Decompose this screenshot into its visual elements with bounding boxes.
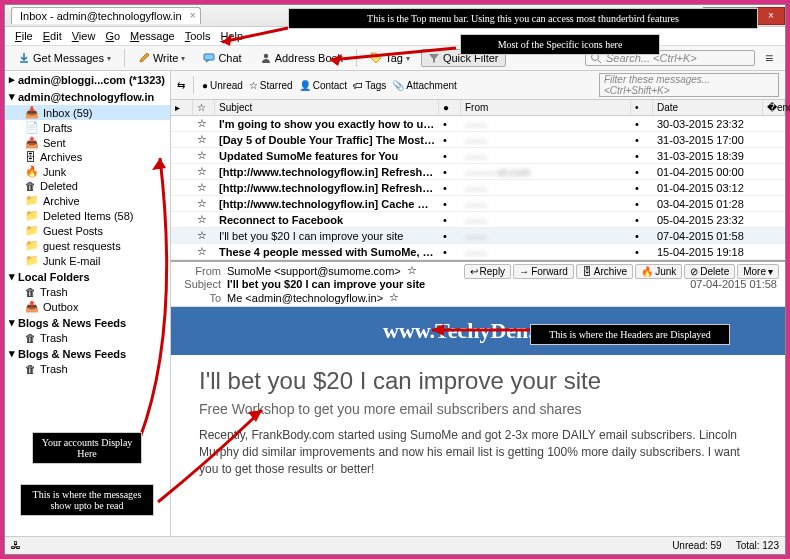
account-1[interactable]: ▸ admin@bloggi...com (*1323) — [5, 71, 170, 88]
account-2[interactable]: ▾ admin@technologyflow.in — [5, 88, 170, 105]
folder-icon: 📤 — [25, 136, 39, 149]
star-icon[interactable]: ☆ — [193, 212, 215, 227]
row-from: —— — [461, 181, 631, 195]
read-icon[interactable]: • — [439, 133, 461, 147]
col-read[interactable]: ● — [439, 100, 461, 115]
col-subject[interactable]: Subject — [215, 100, 439, 115]
col-date[interactable]: Date — [653, 100, 763, 115]
folder-icon: 🗑 — [25, 180, 36, 192]
star-icon[interactable]: ☆ — [193, 164, 215, 179]
junk-button[interactable]: 🔥 Junk — [635, 264, 682, 279]
col-thread[interactable]: ▸ — [171, 100, 193, 115]
folder-label: Guest Posts — [43, 225, 103, 237]
row-from: —— — [461, 133, 631, 147]
filter-tags[interactable]: 🏷 Tags — [353, 80, 386, 91]
message-row[interactable]: ☆[http://www.technologyflow.in] Cache Pr… — [171, 196, 785, 212]
message-row[interactable]: ☆Reconnect to Facebook•——•05-04-2015 23:… — [171, 212, 785, 228]
message-row[interactable]: ☆[Day 5 of Double Your Traffic] The Most… — [171, 132, 785, 148]
thread-icon[interactable] — [171, 123, 193, 125]
message-row[interactable]: ☆[http://www.technologyflow.in] Refreshi… — [171, 164, 785, 180]
reply-button[interactable]: ↩ Reply — [464, 264, 512, 279]
folder-icon: 🗑 — [25, 332, 36, 344]
window-tab[interactable]: Inbox - admin@technologyflow.in × — [11, 7, 201, 24]
app-menu-button[interactable]: ≡ — [759, 50, 779, 66]
read-icon[interactable]: • — [439, 197, 461, 211]
folder-item[interactable]: 📄Drafts — [5, 120, 170, 135]
header-subject: I'll bet you $20 I can improve your site — [227, 278, 425, 290]
star-icon[interactable]: ☆ — [193, 244, 215, 259]
read-icon[interactable]: • — [439, 149, 461, 163]
menu-message[interactable]: Message — [126, 29, 179, 43]
message-row[interactable]: ☆I'm going to show you exactly how to us… — [171, 116, 785, 132]
folder-icon: 🗄 — [25, 151, 36, 163]
folder-label: Deleted — [40, 180, 78, 192]
star-icon[interactable]: ☆ — [389, 291, 399, 304]
read-icon[interactable]: • — [439, 165, 461, 179]
menu-view[interactable]: View — [68, 29, 100, 43]
filter-search-input[interactable]: Filter these messages... <Ctrl+Shift+K> — [599, 73, 779, 97]
svg-rect-0 — [204, 54, 214, 60]
row-date: 01-04-2015 00:00 — [653, 165, 763, 179]
close-tab-icon[interactable]: × — [190, 10, 196, 21]
chat-button[interactable]: Chat — [196, 49, 248, 67]
status-bar: 🖧 Unread: 59 Total: 123 — [5, 536, 785, 554]
col-from[interactable]: From — [461, 100, 631, 115]
menu-go[interactable]: Go — [101, 29, 124, 43]
read-icon[interactable]: • — [439, 117, 461, 131]
folder-label: Deleted Items (58) — [43, 210, 133, 222]
folder-item[interactable]: 📥Inbox (59) — [5, 105, 170, 120]
col-junk[interactable]: • — [631, 100, 653, 115]
folder-icon: 📁 — [25, 194, 39, 207]
more-button[interactable]: More ▾ — [737, 264, 779, 279]
arrow-icon — [150, 400, 270, 510]
star-icon[interactable]: ☆ — [193, 196, 215, 211]
folder-icon: 📁 — [25, 209, 39, 222]
row-from: —— — [461, 149, 631, 163]
row-from: —— — [461, 229, 631, 243]
folder-icon: 📄 — [25, 121, 39, 134]
read-icon[interactable]: • — [439, 213, 461, 227]
menu-file[interactable]: File — [11, 29, 37, 43]
get-messages-button[interactable]: Get Messages▾ — [11, 49, 118, 67]
thread-icon[interactable] — [171, 139, 193, 141]
folder-label: Archives — [40, 151, 82, 163]
read-icon[interactable]: • — [439, 245, 461, 259]
message-row[interactable]: ☆These 4 people messed with SumoMe, see … — [171, 244, 785, 260]
menu-edit[interactable]: Edit — [39, 29, 66, 43]
star-icon[interactable]: ☆ — [193, 116, 215, 131]
folder-label: guest resquests — [43, 240, 121, 252]
folder-icon: 🗑 — [25, 363, 36, 375]
filter-unread[interactable]: ● Unread — [202, 80, 243, 91]
star-icon[interactable]: ☆ — [407, 264, 417, 277]
read-icon[interactable]: • — [439, 181, 461, 195]
row-subject: [Day 5 of Double Your Traffic] The Most … — [215, 133, 439, 147]
status-unread: Unread: 59 — [672, 540, 721, 551]
chat-icon — [203, 52, 215, 64]
folder-icon: 📥 — [25, 106, 39, 119]
delete-button[interactable]: ⊘ Delete — [684, 264, 735, 279]
write-button[interactable]: Write▾ — [131, 49, 192, 67]
forward-button[interactable]: → Forward — [513, 264, 574, 279]
row-dot: • — [631, 149, 653, 163]
star-icon[interactable]: ☆ — [193, 180, 215, 195]
col-picker[interactable]: �encellikle — [763, 100, 785, 115]
status-online-icon[interactable]: 🖧 — [11, 540, 21, 551]
archive-button[interactable]: 🗄 Archive — [576, 264, 633, 279]
col-star[interactable]: ☆ — [193, 100, 215, 115]
message-row[interactable]: ☆Updated SumoMe features for You•——•31-0… — [171, 148, 785, 164]
row-date: 03-04-2015 01:28 — [653, 197, 763, 211]
annot-accts: Your accounts Display Here — [32, 432, 142, 464]
read-icon[interactable]: • — [439, 229, 461, 243]
message-row[interactable]: ☆[http://www.technologyflow.in] Refreshi… — [171, 180, 785, 196]
star-icon[interactable]: ☆ — [193, 132, 215, 147]
filter-starred[interactable]: ☆ Starred — [249, 80, 293, 91]
folder-item[interactable]: 📤Sent — [5, 135, 170, 150]
row-subject: [http://www.technologyflow.in] Cache Pre… — [215, 197, 439, 211]
filter-attachment[interactable]: 📎 Attachment — [392, 80, 457, 91]
star-icon[interactable]: ☆ — [193, 148, 215, 163]
filter-toggle-icon[interactable]: ⇆ — [177, 80, 185, 91]
star-icon[interactable]: ☆ — [193, 228, 215, 243]
window-close-button[interactable]: × — [757, 7, 785, 25]
filter-contact[interactable]: 👤 Contact — [299, 80, 347, 91]
message-row[interactable]: ☆I'll bet you $20 I can improve your sit… — [171, 228, 785, 244]
